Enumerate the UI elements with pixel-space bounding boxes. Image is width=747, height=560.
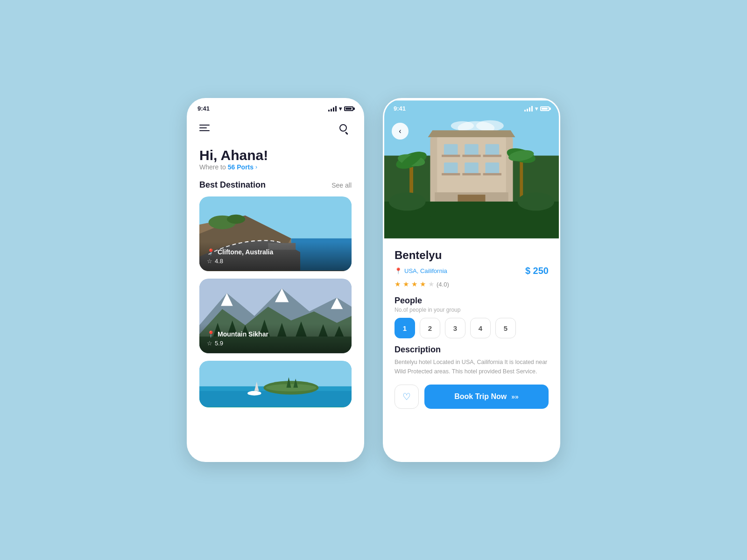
card2-location: 📍 Mountain Sikhar: [207, 330, 344, 338]
signal-icon: [328, 106, 337, 112]
book-trip-label: Book Trip Now: [454, 392, 507, 401]
svg-rect-42: [465, 144, 479, 156]
card1-location: 📍 Cliftone, Australia: [207, 248, 344, 256]
signal-icon-detail: [524, 106, 533, 112]
destination-card-1[interactable]: 📍 Cliftone, Australia ☆ 4.8: [199, 196, 352, 271]
description-text: Bentelyu hotel Located in USA, Cailiforn…: [395, 357, 549, 376]
description-section: Description Bentelyu hotel Located in US…: [395, 345, 549, 376]
time-home: 9:41: [197, 105, 210, 112]
card2-overlay: 📍 Mountain Sikhar ☆ 5.9: [199, 324, 352, 353]
svg-rect-47: [444, 162, 458, 174]
people-subtitle: No.of people in your group: [395, 307, 549, 313]
status-bar-detail: 9:41 ▾: [384, 99, 559, 115]
hotel-hero-image: 9:41 ▾ ‹: [384, 99, 559, 239]
see-all-button[interactable]: See all: [331, 182, 352, 189]
svg-rect-48: [465, 162, 479, 174]
svg-point-9: [227, 215, 245, 224]
star-1: ★: [395, 280, 401, 288]
svg-point-32: [247, 391, 261, 396]
phone-home: 9:41 ▾: [187, 98, 364, 462]
book-trip-button[interactable]: Book Trip Now »»: [424, 385, 549, 409]
star-icon-2: ☆: [207, 340, 212, 347]
hotel-hero-svg: [384, 99, 559, 239]
destination-card-3[interactable]: [199, 361, 352, 407]
svg-marker-67: [428, 130, 515, 137]
hotel-price: $ 250: [525, 266, 549, 276]
people-title: People: [395, 296, 549, 306]
screen-container: 9:41 ▾: [168, 79, 579, 481]
pin-icon: 📍: [207, 248, 215, 256]
people-btn-4[interactable]: 4: [470, 318, 491, 338]
rating-row: ★ ★ ★ ★ ★ (4.0): [395, 280, 549, 288]
svg-rect-44: [442, 155, 460, 157]
action-row: ♡ Book Trip Now »»: [395, 385, 549, 409]
status-icons-detail: ▾: [524, 105, 550, 112]
svg-point-29: [266, 384, 316, 392]
pin-icon-2: 📍: [207, 330, 215, 338]
hotel-name: Bentelyu: [395, 249, 549, 262]
chevron-down-icon: ›: [255, 164, 257, 170]
phone-detail: 9:41 ▾ ‹: [383, 98, 560, 462]
svg-rect-41: [444, 144, 458, 156]
people-section: People No.of people in your group 1 2 3 …: [395, 296, 549, 338]
detail-content: Bentelyu 📍 USA, Cailifornia $ 250 ★ ★ ★ …: [384, 239, 559, 418]
battery-icon-detail: [540, 106, 550, 111]
destination-card-2[interactable]: 📍 Mountain Sikhar ☆ 5.9: [199, 279, 352, 353]
battery-icon: [344, 106, 353, 111]
arrows-icon: »»: [511, 393, 519, 400]
star-icon: ☆: [207, 258, 212, 265]
back-button[interactable]: ‹: [392, 123, 409, 140]
card1-overlay: 📍 Cliftone, Australia ☆ 4.8: [199, 242, 352, 271]
section-title: Best Destination: [199, 180, 266, 190]
star-3: ★: [411, 280, 417, 288]
hotel-location: 📍 USA, Cailifornia: [395, 267, 447, 274]
ports-link[interactable]: 56 Ports: [228, 163, 254, 171]
menu-icon[interactable]: [199, 125, 210, 131]
status-icons-home: ▾: [328, 105, 353, 112]
greeting-section: Hi, Ahana! Where to 56 Ports ›: [199, 147, 352, 171]
people-selector: 1 2 3 4 5: [395, 318, 549, 338]
search-icon: [339, 124, 347, 132]
svg-point-64: [389, 192, 426, 210]
people-btn-1[interactable]: 1: [395, 318, 415, 338]
location-pin-icon: 📍: [395, 267, 402, 274]
svg-rect-45: [462, 155, 480, 157]
wifi-icon: ▾: [339, 105, 342, 112]
location-price-row: 📍 USA, Cailifornia $ 250: [395, 266, 549, 276]
best-destination-header: Best Destination See all: [199, 180, 352, 190]
card3-illustration: [199, 361, 352, 407]
star-4: ★: [420, 280, 426, 288]
svg-rect-49: [486, 162, 500, 174]
people-btn-5[interactable]: 5: [495, 318, 516, 338]
people-btn-3[interactable]: 3: [445, 318, 465, 338]
rating-count: (4.0): [437, 281, 449, 288]
home-header: [199, 119, 352, 136]
card3-background: [199, 361, 352, 407]
svg-point-66: [430, 206, 503, 229]
description-title: Description: [395, 345, 549, 355]
star-2: ★: [403, 280, 409, 288]
svg-point-37: [451, 121, 474, 131]
people-btn-2[interactable]: 2: [420, 318, 440, 338]
home-content: Hi, Ahana! Where to 56 Ports › Best Dest…: [188, 115, 363, 457]
svg-rect-50: [442, 173, 460, 175]
greeting-name: Hi, Ahana!: [199, 147, 352, 163]
heart-icon: ♡: [402, 391, 411, 402]
card1-rating: ☆ 4.8: [207, 258, 344, 265]
svg-rect-52: [483, 173, 501, 175]
svg-rect-51: [462, 173, 480, 175]
svg-point-36: [476, 120, 504, 132]
where-to-text: Where to: [199, 163, 226, 171]
favorite-button[interactable]: ♡: [395, 385, 419, 409]
time-detail: 9:41: [394, 105, 406, 112]
greeting-subtitle: Where to 56 Ports ›: [199, 163, 352, 171]
svg-rect-46: [483, 155, 501, 157]
search-button[interactable]: [335, 119, 352, 136]
card2-rating: ☆ 5.9: [207, 340, 344, 347]
star-5: ★: [428, 280, 434, 288]
wifi-icon-detail: ▾: [535, 105, 538, 112]
status-bar-home: 9:41 ▾: [188, 99, 363, 115]
svg-rect-43: [486, 144, 500, 156]
svg-point-65: [517, 192, 554, 210]
